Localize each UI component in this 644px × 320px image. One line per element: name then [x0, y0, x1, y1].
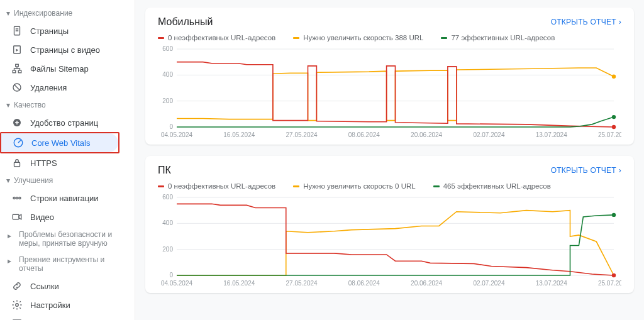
legend-needs: Нужно увеличить скорость 388 URL: [293, 34, 423, 41]
legend-swatch-good: [433, 185, 440, 187]
video-icon: [11, 211, 23, 223]
section-label: Улучшения: [14, 176, 53, 185]
legend-good: 465 эффективных URL-адресов: [433, 182, 551, 190]
svg-text:02.07.2024: 02.07.2024: [473, 280, 504, 287]
svg-text:20.06.2024: 20.06.2024: [411, 280, 442, 287]
chevron-down-icon: ▾: [6, 176, 10, 185]
legend-swatch-poor: [158, 37, 164, 39]
svg-text:02.07.2024: 02.07.2024: [473, 131, 504, 138]
legend-poor: 0 неэффективных URL-адресов: [158, 34, 275, 41]
section-label: Индексирование: [14, 9, 72, 18]
svg-text:08.06.2024: 08.06.2024: [348, 280, 380, 287]
sidebar-item-label: Core Web Vitals: [31, 138, 90, 148]
open-report-label: ОТКРЫТЬ ОТЧЕТ: [551, 166, 616, 175]
svg-rect-3: [13, 70, 16, 73]
removals-icon: [11, 82, 23, 93]
section-enhancements[interactable]: ▾ Улучшения: [0, 172, 135, 189]
legend-label: Нужно увеличить скорость 0 URL: [303, 182, 415, 190]
svg-text:25.07.2024: 25.07.2024: [598, 280, 621, 287]
sidebar-item-label: Прежние инструменты и отчеты: [19, 255, 127, 273]
svg-text:200: 200: [162, 97, 173, 104]
open-report-button[interactable]: ОТКРЫТЬ ОТЧЕТ ›: [551, 166, 621, 175]
legend-good: 77 эффективных URL-адресов: [441, 34, 555, 41]
open-report-button[interactable]: ОТКРЫТЬ ОТЧЕТ ›: [551, 18, 621, 26]
sidebar-item-feedback[interactable]: Отправить отзыв: [0, 314, 135, 320]
sidebar-item-settings[interactable]: Настройки: [0, 295, 135, 314]
svg-point-50: [612, 213, 616, 217]
svg-text:13.07.2024: 13.07.2024: [536, 280, 567, 287]
sidebar-item-label: Удобство страниц: [30, 118, 98, 128]
legend-poor: 0 неэффективных URL-адресов: [158, 182, 275, 190]
sidebar-item-security[interactable]: ▸ Проблемы безопасности и меры, принятые…: [0, 226, 135, 251]
chevron-right-icon: ▸: [8, 230, 15, 240]
sidebar-item-label: Страницы: [30, 26, 69, 36]
svg-rect-2: [16, 64, 19, 67]
svg-text:20.06.2024: 20.06.2024: [411, 131, 442, 138]
sidebar-item-removals[interactable]: Удаления: [0, 78, 135, 97]
svg-rect-8: [14, 162, 20, 167]
sidebar-item-legacy[interactable]: ▸ Прежние инструменты и отчеты: [0, 251, 135, 277]
sidebar-item-pages[interactable]: Страницы: [0, 21, 135, 40]
gear-icon: [11, 299, 23, 311]
sidebar-item-sitemaps[interactable]: Файлы Sitemap: [0, 59, 135, 78]
svg-point-30: [612, 75, 616, 79]
gauge-icon: [13, 137, 24, 148]
main-content: Мобильный ОТКРЫТЬ ОТЧЕТ › 0 неэффективны…: [135, 0, 644, 320]
card-header: ПК ОТКРЫТЬ ОТЧЕТ ›: [158, 165, 621, 176]
chart-desktop: 020040060004.05.202416.05.202427.05.2024…: [158, 194, 621, 288]
chart-svg: 020040060004.05.202416.05.202427.05.2024…: [158, 45, 621, 140]
legend-swatch-needs: [293, 37, 299, 39]
breadcrumb-icon: [11, 192, 23, 204]
sidebar-item-core-web-vitals[interactable]: Core Web Vitals: [1, 133, 118, 152]
lock-icon: [11, 157, 23, 168]
svg-text:27.05.2024: 27.05.2024: [286, 131, 318, 138]
legend-swatch-needs: [293, 185, 299, 187]
sitemap-icon: [11, 63, 23, 74]
sidebar: ▾ Индексирование Страницы Страницы с вид…: [0, 0, 135, 320]
video-document-icon: [11, 44, 23, 55]
card-desktop: ПК ОТКРЫТЬ ОТЧЕТ › 0 неэффективных URL-а…: [145, 156, 634, 293]
section-indexing[interactable]: ▾ Индексирование: [0, 5, 135, 21]
chart-mobile: 020040060004.05.202416.05.202427.05.2024…: [158, 45, 621, 140]
sidebar-item-breadcrumbs[interactable]: Строки навигации: [0, 189, 135, 207]
chevron-down-icon: ▾: [6, 101, 10, 109]
sidebar-item-label: HTTPS: [30, 158, 57, 168]
svg-point-11: [19, 197, 21, 199]
sidebar-item-label: Видео: [30, 212, 54, 222]
sidebar-item-page-experience[interactable]: Удобство страниц: [0, 113, 135, 132]
legend-label: Нужно увеличить скорость 388 URL: [303, 34, 423, 41]
legend-label: 0 неэффективных URL-адресов: [168, 182, 275, 190]
svg-text:600: 600: [162, 45, 173, 52]
open-report-label: ОТКРЫТЬ ОТЧЕТ: [551, 18, 616, 26]
svg-text:08.06.2024: 08.06.2024: [348, 131, 380, 138]
sidebar-item-label: Страницы с видео: [30, 45, 100, 55]
active-item-highlight: Core Web Vitals: [0, 132, 119, 153]
link-icon: [11, 280, 23, 292]
card-title: ПК: [158, 165, 171, 176]
svg-text:0: 0: [169, 123, 173, 130]
chevron-down-icon: ▾: [6, 9, 10, 18]
sidebar-item-https[interactable]: HTTPS: [0, 153, 135, 172]
legend-label: 77 эффективных URL-адресов: [451, 34, 555, 41]
svg-text:04.05.2024: 04.05.2024: [161, 131, 192, 138]
svg-text:0: 0: [169, 272, 173, 279]
svg-text:600: 600: [162, 194, 173, 201]
document-icon: [11, 25, 23, 36]
section-quality[interactable]: ▾ Качество: [0, 97, 135, 113]
svg-point-32: [612, 115, 616, 119]
svg-text:04.05.2024: 04.05.2024: [161, 280, 192, 287]
svg-text:400: 400: [162, 71, 173, 78]
svg-text:25.07.2024: 25.07.2024: [598, 131, 621, 138]
chevron-right-icon: ›: [619, 18, 621, 26]
sidebar-item-links[interactable]: Ссылки: [0, 277, 135, 295]
legend-swatch-good: [441, 37, 447, 39]
sidebar-item-video[interactable]: Видео: [0, 207, 135, 226]
chevron-right-icon: ›: [619, 166, 621, 175]
svg-point-13: [16, 304, 19, 307]
sidebar-item-video-pages[interactable]: Страницы с видео: [0, 40, 135, 59]
card-title: Мобильный: [158, 16, 213, 28]
svg-rect-12: [13, 214, 19, 219]
chart-legend: 0 неэффективных URL-адресов Нужно увелич…: [158, 182, 621, 190]
card-header: Мобильный ОТКРЫТЬ ОТЧЕТ ›: [158, 16, 621, 28]
legend-swatch-poor: [158, 185, 164, 187]
